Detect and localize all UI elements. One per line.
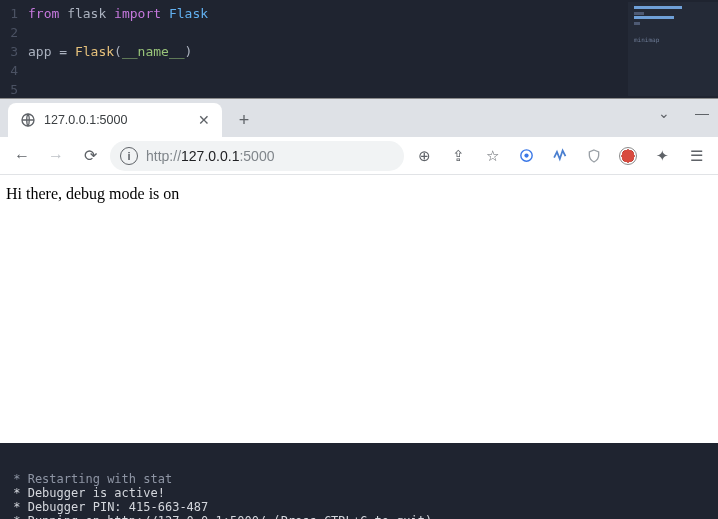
- terminal[interactable]: * Restarting with stat * Debugger is act…: [0, 443, 718, 519]
- page-body-text: Hi there, debug mode is on: [6, 185, 712, 203]
- toolbar-right: ⊕ ⇪ ☆ ✦ ☰: [410, 142, 710, 170]
- editor-line[interactable]: 1from flask import Flask: [0, 4, 718, 23]
- page-viewport[interactable]: Hi there, debug mode is on: [0, 175, 718, 443]
- extension-icon-3[interactable]: [614, 142, 642, 170]
- address-bar[interactable]: i http://127.0.0.1:5000: [110, 141, 404, 171]
- browser-window: 127.0.0.1:5000 ✕ + ⌄ — ← → ⟳ i http://12…: [0, 98, 718, 443]
- menu-button[interactable]: ☰: [682, 142, 710, 170]
- tab-strip: 127.0.0.1:5000 ✕ + ⌄ —: [0, 99, 718, 137]
- extension-icon-2[interactable]: [546, 142, 574, 170]
- shield-icon[interactable]: [580, 142, 608, 170]
- svg-point-2: [524, 153, 528, 157]
- url-host: 127.0.0.1: [181, 148, 239, 164]
- extensions-puzzle-icon[interactable]: ✦: [648, 142, 676, 170]
- minimap-label: minimap: [634, 30, 659, 49]
- browser-tab[interactable]: 127.0.0.1:5000 ✕: [8, 103, 222, 137]
- line-number: 3: [0, 42, 28, 61]
- minimap[interactable]: minimap: [628, 2, 718, 96]
- close-tab-button[interactable]: ✕: [196, 112, 212, 128]
- code-editor[interactable]: 1from flask import Flask23app = Flask(__…: [0, 0, 718, 98]
- window-minimize-button[interactable]: ⌄: [652, 105, 676, 121]
- line-number: 2: [0, 23, 28, 42]
- url-scheme: http://: [146, 148, 181, 164]
- code-text: app = Flask(__name__): [28, 42, 192, 61]
- line-number: 1: [0, 4, 28, 23]
- line-number: 5: [0, 80, 28, 98]
- terminal-line: * Debugger is active!: [6, 486, 712, 500]
- forward-button[interactable]: →: [42, 142, 70, 170]
- url-text: http://127.0.0.1:5000: [146, 148, 274, 164]
- tab-title: 127.0.0.1:5000: [44, 113, 188, 127]
- url-port: :5000: [239, 148, 274, 164]
- editor-line[interactable]: 3app = Flask(__name__): [0, 42, 718, 61]
- share-icon[interactable]: ⇪: [444, 142, 472, 170]
- line-number: 4: [0, 61, 28, 80]
- terminal-line: * Debugger PIN: 415-663-487: [6, 500, 712, 514]
- editor-line[interactable]: 4: [0, 61, 718, 80]
- window-maximize-button[interactable]: —: [690, 105, 714, 121]
- reload-button[interactable]: ⟳: [76, 142, 104, 170]
- browser-toolbar: ← → ⟳ i http://127.0.0.1:5000 ⊕ ⇪ ☆: [0, 137, 718, 175]
- back-button[interactable]: ←: [8, 142, 36, 170]
- new-tab-button[interactable]: +: [230, 106, 258, 134]
- extension-icon-1[interactable]: [512, 142, 540, 170]
- zoom-icon[interactable]: ⊕: [410, 142, 438, 170]
- editor-line[interactable]: 2: [0, 23, 718, 42]
- site-info-icon[interactable]: i: [120, 147, 138, 165]
- window-controls: ⌄ —: [652, 105, 714, 121]
- code-text: from flask import Flask: [28, 4, 208, 23]
- editor-line[interactable]: 5: [0, 80, 718, 98]
- terminal-line: * Restarting with stat: [6, 472, 712, 486]
- bookmark-star-icon[interactable]: ☆: [478, 142, 506, 170]
- globe-icon: [20, 112, 36, 128]
- terminal-line: * Running on http://127.0.0.1:5000/ (Pre…: [6, 514, 712, 519]
